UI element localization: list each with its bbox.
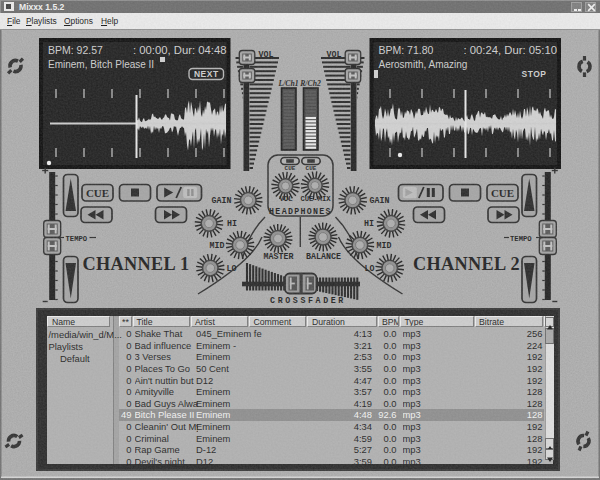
svg-text:STOP: STOP	[522, 69, 547, 79]
svg-text:CUE-MIX: CUE-MIX	[300, 195, 331, 203]
svg-text:CUE: CUE	[491, 187, 514, 199]
svg-text:CUE: CUE	[306, 165, 317, 172]
svg-text:NEXT: NEXT	[194, 69, 219, 79]
svg-text:MID: MID	[377, 241, 392, 250]
svg-text:BPM: 71.80: BPM: 71.80	[379, 44, 434, 56]
svg-text:HI: HI	[364, 219, 374, 228]
svg-text:LO: LO	[227, 264, 237, 273]
svg-text:Eminem, Bitch Please II: Eminem, Bitch Please II	[48, 59, 154, 70]
svg-text:TEMPO: TEMPO	[66, 235, 88, 243]
svg-text:VOL: VOL	[280, 195, 293, 203]
svg-text:R/Ch2: R/Ch2	[299, 79, 321, 88]
svg-text:: 00:24, Dur: 05:10: : 00:24, Dur: 05:10	[463, 44, 557, 56]
svg-text:TEMPO: TEMPO	[510, 235, 532, 243]
svg-text:CHANNEL 2: CHANNEL 2	[413, 254, 520, 274]
svg-text:HI: HI	[227, 219, 237, 228]
svg-text:VOL: VOL	[327, 50, 342, 59]
svg-text:BALANCE: BALANCE	[306, 252, 341, 261]
svg-text:CROSSFADER: CROSSFADER	[270, 296, 346, 305]
svg-text:CUE: CUE	[86, 187, 109, 199]
svg-text:VOL: VOL	[259, 50, 274, 59]
svg-text:L/Ch1: L/Ch1	[277, 79, 298, 88]
svg-text:: 00:00, Dur: 04:48: : 00:00, Dur: 04:48	[133, 44, 227, 56]
svg-text:LO: LO	[365, 264, 375, 273]
svg-text:Aerosmith, Amazing: Aerosmith, Amazing	[379, 59, 468, 70]
svg-text:BPM: 92.57: BPM: 92.57	[48, 44, 103, 56]
svg-text:GAIN: GAIN	[370, 196, 390, 205]
svg-text:MASTER: MASTER	[264, 252, 294, 261]
svg-text:GAIN: GAIN	[212, 196, 232, 205]
svg-text:MID: MID	[210, 241, 225, 250]
svg-text:HEADPHONES: HEADPHONES	[269, 207, 332, 216]
svg-text:CUE: CUE	[285, 165, 296, 172]
svg-text:CHANNEL 1: CHANNEL 1	[83, 254, 190, 274]
